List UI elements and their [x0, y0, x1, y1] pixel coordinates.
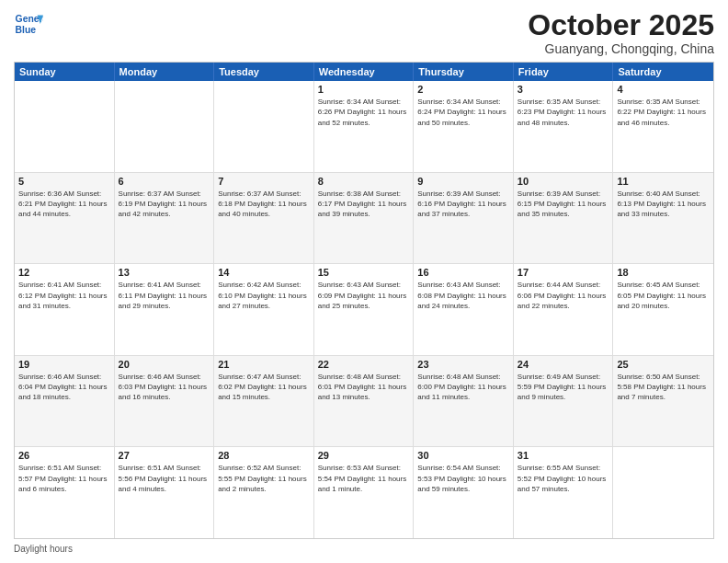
day-number: 27 — [119, 450, 210, 461]
calendar-cell: 5Sunrise: 6:36 AM Sunset: 6:21 PM Daylig… — [15, 173, 115, 264]
day-number: 1 — [318, 84, 410, 95]
cell-info: Sunrise: 6:54 AM Sunset: 5:53 PM Dayligh… — [417, 463, 509, 494]
day-number: 6 — [119, 176, 210, 187]
cell-info: Sunrise: 6:36 AM Sunset: 6:21 PM Dayligh… — [18, 189, 110, 220]
calendar-cell: 18Sunrise: 6:45 AM Sunset: 6:05 PM Dayli… — [613, 264, 713, 355]
day-number: 15 — [318, 267, 410, 278]
calendar-cell: 29Sunrise: 6:53 AM Sunset: 5:54 PM Dayli… — [314, 447, 415, 538]
cell-info: Sunrise: 6:40 AM Sunset: 6:13 PM Dayligh… — [617, 189, 710, 220]
title-block: October 2025 Guanyang, Chongqing, China — [528, 9, 714, 56]
logo-icon: General Blue — [14, 9, 43, 39]
cell-info: Sunrise: 6:41 AM Sunset: 6:11 PM Dayligh… — [119, 280, 210, 311]
subtitle: Guanyang, Chongqing, China — [528, 41, 714, 56]
calendar-cell: 14Sunrise: 6:42 AM Sunset: 6:10 PM Dayli… — [214, 264, 314, 355]
day-number: 30 — [417, 450, 509, 461]
day-number: 26 — [18, 450, 110, 461]
day-number: 21 — [218, 359, 310, 370]
day-number: 11 — [617, 176, 710, 187]
cell-info: Sunrise: 6:48 AM Sunset: 6:01 PM Dayligh… — [318, 372, 410, 403]
day-number: 23 — [417, 359, 509, 370]
calendar-cell: 3Sunrise: 6:35 AM Sunset: 6:23 PM Daylig… — [514, 81, 614, 172]
calendar-header-row: SundayMondayTuesdayWednesdayThursdayFrid… — [15, 63, 713, 81]
calendar-cell: 31Sunrise: 6:55 AM Sunset: 5:52 PM Dayli… — [514, 447, 614, 538]
cell-info: Sunrise: 6:42 AM Sunset: 6:10 PM Dayligh… — [218, 280, 310, 311]
footer-label: Daylight hours — [14, 544, 73, 554]
cell-info: Sunrise: 6:46 AM Sunset: 6:04 PM Dayligh… — [18, 372, 110, 403]
day-number: 29 — [318, 450, 410, 461]
calendar-cell — [15, 81, 115, 172]
cell-info: Sunrise: 6:51 AM Sunset: 5:57 PM Dayligh… — [18, 463, 110, 494]
day-number: 3 — [518, 84, 609, 95]
calendar-cell — [214, 81, 314, 172]
cell-info: Sunrise: 6:38 AM Sunset: 6:17 PM Dayligh… — [318, 189, 410, 220]
cell-info: Sunrise: 6:43 AM Sunset: 6:08 PM Dayligh… — [417, 280, 509, 311]
calendar-header-cell: Monday — [115, 63, 215, 81]
calendar-cell: 9Sunrise: 6:39 AM Sunset: 6:16 PM Daylig… — [414, 173, 514, 264]
calendar-header-cell: Thursday — [414, 63, 514, 81]
calendar-cell — [613, 447, 713, 538]
day-number: 31 — [518, 450, 609, 461]
calendar-row: 26Sunrise: 6:51 AM Sunset: 5:57 PM Dayli… — [15, 447, 713, 538]
day-number: 22 — [318, 359, 410, 370]
cell-info: Sunrise: 6:44 AM Sunset: 6:06 PM Dayligh… — [518, 280, 609, 311]
calendar-header-cell: Tuesday — [214, 63, 314, 81]
calendar-cell: 17Sunrise: 6:44 AM Sunset: 6:06 PM Dayli… — [514, 264, 614, 355]
cell-info: Sunrise: 6:51 AM Sunset: 5:56 PM Dayligh… — [119, 463, 210, 494]
day-number: 24 — [518, 359, 609, 370]
cell-info: Sunrise: 6:48 AM Sunset: 6:00 PM Dayligh… — [417, 372, 509, 403]
cell-info: Sunrise: 6:37 AM Sunset: 6:18 PM Dayligh… — [218, 189, 310, 220]
day-number: 9 — [417, 176, 509, 187]
day-number: 13 — [119, 267, 210, 278]
main-title: October 2025 — [528, 9, 714, 41]
day-number: 20 — [119, 359, 210, 370]
day-number: 12 — [18, 267, 110, 278]
cell-info: Sunrise: 6:39 AM Sunset: 6:15 PM Dayligh… — [518, 189, 609, 220]
calendar-cell: 28Sunrise: 6:52 AM Sunset: 5:55 PM Dayli… — [214, 447, 314, 538]
calendar-cell: 19Sunrise: 6:46 AM Sunset: 6:04 PM Dayli… — [15, 356, 115, 447]
calendar-row: 5Sunrise: 6:36 AM Sunset: 6:21 PM Daylig… — [15, 173, 713, 265]
calendar-cell: 30Sunrise: 6:54 AM Sunset: 5:53 PM Dayli… — [414, 447, 514, 538]
calendar-cell: 20Sunrise: 6:46 AM Sunset: 6:03 PM Dayli… — [115, 356, 215, 447]
calendar-cell: 21Sunrise: 6:47 AM Sunset: 6:02 PM Dayli… — [214, 356, 314, 447]
calendar-row: 1Sunrise: 6:34 AM Sunset: 6:26 PM Daylig… — [15, 81, 713, 173]
calendar-cell: 24Sunrise: 6:49 AM Sunset: 5:59 PM Dayli… — [514, 356, 614, 447]
day-number: 19 — [18, 359, 110, 370]
calendar-cell: 12Sunrise: 6:41 AM Sunset: 6:12 PM Dayli… — [15, 264, 115, 355]
cell-info: Sunrise: 6:45 AM Sunset: 6:05 PM Dayligh… — [617, 280, 710, 311]
footer: Daylight hours — [14, 544, 714, 554]
calendar-cell: 7Sunrise: 6:37 AM Sunset: 6:18 PM Daylig… — [214, 173, 314, 264]
calendar-header-cell: Wednesday — [314, 63, 415, 81]
calendar-body: 1Sunrise: 6:34 AM Sunset: 6:26 PM Daylig… — [15, 81, 713, 538]
cell-info: Sunrise: 6:46 AM Sunset: 6:03 PM Dayligh… — [119, 372, 210, 403]
calendar-cell: 1Sunrise: 6:34 AM Sunset: 6:26 PM Daylig… — [314, 81, 415, 172]
day-number: 28 — [218, 450, 310, 461]
cell-info: Sunrise: 6:35 AM Sunset: 6:22 PM Dayligh… — [617, 97, 710, 128]
cell-info: Sunrise: 6:34 AM Sunset: 6:26 PM Dayligh… — [318, 97, 410, 128]
day-number: 2 — [417, 84, 509, 95]
calendar-cell: 8Sunrise: 6:38 AM Sunset: 6:17 PM Daylig… — [314, 173, 415, 264]
calendar-cell: 27Sunrise: 6:51 AM Sunset: 5:56 PM Dayli… — [115, 447, 215, 538]
cell-info: Sunrise: 6:47 AM Sunset: 6:02 PM Dayligh… — [218, 372, 310, 403]
page: General Blue October 2025 Guanyang, Chon… — [0, 0, 728, 563]
calendar-cell: 6Sunrise: 6:37 AM Sunset: 6:19 PM Daylig… — [115, 173, 215, 264]
day-number: 25 — [617, 359, 710, 370]
cell-info: Sunrise: 6:50 AM Sunset: 5:58 PM Dayligh… — [617, 372, 710, 403]
calendar-cell: 22Sunrise: 6:48 AM Sunset: 6:01 PM Dayli… — [314, 356, 415, 447]
header: General Blue October 2025 Guanyang, Chon… — [14, 9, 714, 56]
day-number: 18 — [617, 267, 710, 278]
calendar-row: 19Sunrise: 6:46 AM Sunset: 6:04 PM Dayli… — [15, 356, 713, 448]
calendar-cell: 11Sunrise: 6:40 AM Sunset: 6:13 PM Dayli… — [613, 173, 713, 264]
cell-info: Sunrise: 6:37 AM Sunset: 6:19 PM Dayligh… — [119, 189, 210, 220]
calendar-header-cell: Sunday — [15, 63, 115, 81]
calendar-cell: 13Sunrise: 6:41 AM Sunset: 6:11 PM Dayli… — [115, 264, 215, 355]
day-number: 17 — [518, 267, 609, 278]
day-number: 5 — [18, 176, 110, 187]
cell-info: Sunrise: 6:34 AM Sunset: 6:24 PM Dayligh… — [417, 97, 509, 128]
calendar: SundayMondayTuesdayWednesdayThursdayFrid… — [14, 62, 714, 539]
calendar-cell: 10Sunrise: 6:39 AM Sunset: 6:15 PM Dayli… — [514, 173, 614, 264]
logo: General Blue — [14, 9, 43, 39]
cell-info: Sunrise: 6:35 AM Sunset: 6:23 PM Dayligh… — [518, 97, 609, 128]
cell-info: Sunrise: 6:53 AM Sunset: 5:54 PM Dayligh… — [318, 463, 410, 494]
calendar-cell: 23Sunrise: 6:48 AM Sunset: 6:00 PM Dayli… — [414, 356, 514, 447]
day-number: 8 — [318, 176, 410, 187]
